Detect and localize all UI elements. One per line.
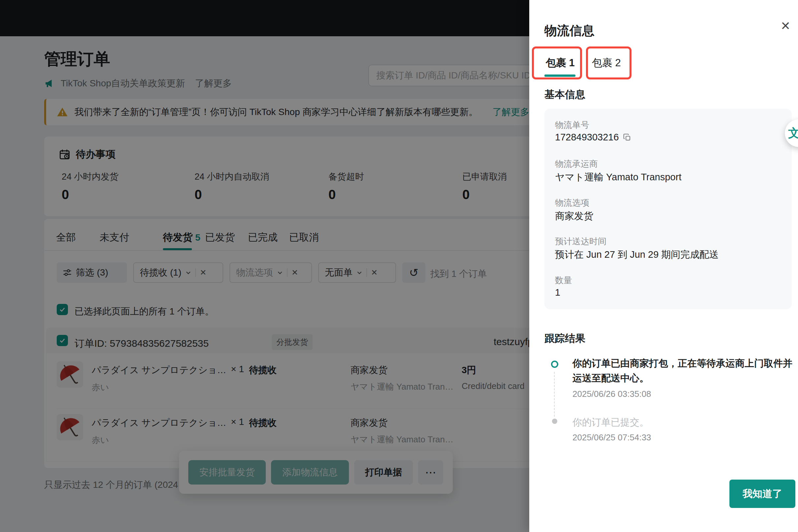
acknowledge-button[interactable]: 我知道了 [729,480,795,508]
field-value: 商家发货 [555,210,593,223]
field-label: 物流单号 [555,119,589,131]
tracking-event-text: 你的订单已提交。 [573,416,649,429]
logistics-info-panel: ✕ 物流信息 包裹 1 包裹 2 基本信息 物流单号 172849303216 … [529,0,798,532]
tracking-event-time: 2025/06/26 03:35:08 [573,389,651,399]
field-label: 物流选项 [555,197,589,209]
basic-info-title: 基本信息 [544,88,585,101]
timeline-current-marker [551,361,558,368]
tracking-results-title: 跟踪结果 [544,331,585,345]
field-label: 预计送达时间 [555,236,607,247]
field-value: 预计在 Jun 27 到 Jun 29 期间完成配送 [555,248,719,261]
tracking-event-time: 2025/06/25 07:54:33 [573,433,651,443]
timeline-connector [554,372,555,417]
copy-icon[interactable] [623,133,631,142]
field-label: 数量 [555,274,572,286]
timeline-past-marker [552,419,557,424]
annotation-box-package-2 [586,46,631,79]
seller-center-app: 管理订单 TikTok Shop自动关单政策更新 了解更多 我们带来了全新的“订… [0,0,798,532]
panel-title: 物流信息 [544,22,595,39]
translate-icon: 文 [788,125,798,141]
tracking-number: 172849303216 [555,132,619,143]
basic-info-card: 物流单号 172849303216 物流承运商 ヤマト運輸 Yamato Tra… [544,109,792,309]
field-label: 物流承运商 [555,158,598,170]
field-value: 1 [555,287,560,298]
tracking-number-row: 172849303216 [555,132,631,143]
tracking-event-text: 你的订单已由商家打包，正在等待承运商上门取件并运送至配送中心。 [573,356,795,386]
close-icon[interactable]: ✕ [781,19,791,33]
annotation-box-package-1 [532,46,582,79]
field-value: ヤマト運輸 Yamato Transport [555,171,681,184]
